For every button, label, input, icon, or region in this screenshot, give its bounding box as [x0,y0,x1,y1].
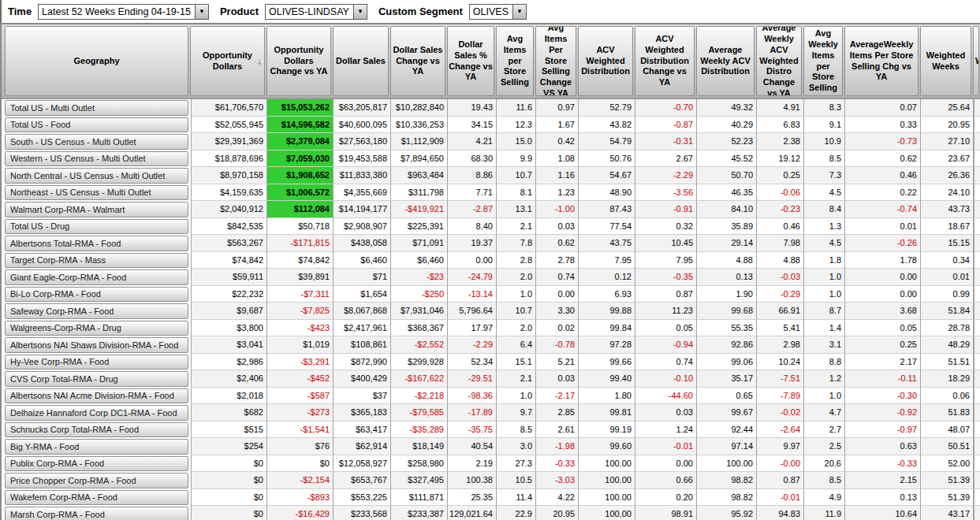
geography-cell[interactable]: Delhaize Hannaford Corp DC1-RMA - Food [5,405,188,421]
value-cell: $233,568 [333,506,391,520]
value-cell: 18.29 [921,370,974,388]
geography-cell[interactable]: Price Chopper Corp-RMA - Food [5,473,188,488]
value-cell: $2,417,961 [333,320,391,337]
value-cell: 3.1 [804,336,845,354]
value-cell: $563,267 [191,235,267,252]
value-cell: $18,878,696 [191,150,267,168]
value-cell: 5,796.64 [448,303,497,320]
column-header[interactable]: Avg Weekly Items per Store Selling [803,26,843,96]
value-cell: 13.1 [497,201,536,218]
value-cell: 10.7 [497,303,536,320]
geography-cell-wrap: Schnucks Corp Total-RMA - Food [2,422,191,439]
column-header[interactable]: Dollar Sales % Change vs YA [447,26,494,96]
value-cell: -$423 [267,320,333,337]
geography-cell[interactable]: Publix Corp-RMA - Food [5,456,188,472]
geography-column-header[interactable]: Geography [5,26,188,96]
geography-cell[interactable]: Albertsons NAI Acme Division-RMA - Food [5,388,188,404]
geography-cell[interactable]: Walmart Corp-RMA - Walmart [5,202,188,217]
column-header[interactable]: Dollar Sales [333,26,389,96]
value-cell: $682 [191,404,267,422]
value-cell: 2.78 [536,252,579,269]
value-cell: $7,931,046 [391,303,448,320]
column-header[interactable]: Opportunity Dollars↓ [190,26,265,96]
value-cell: 0.25 [845,336,921,354]
value-cell-truncated [974,388,980,405]
segment-select[interactable]: OLIVES ▼ [469,4,527,20]
geography-cell[interactable]: Northeast - US Census - Multi Outlet [5,185,188,201]
value-cell: $0 [191,506,267,520]
geography-cell[interactable]: North Central - US Census - Multi Outlet [5,168,188,184]
geography-cell[interactable]: Albertsons Total-RMA - Food [5,236,188,251]
value-cell: -1.98 [536,438,579,455]
column-header[interactable]: Average Weekly ACV Weighted Distro Chang… [756,26,802,96]
value-cell: 9.1 [804,117,845,134]
value-cell: 8.40 [448,218,497,236]
geography-cell[interactable]: Hy-Vee Corp-RMA - Food [5,355,188,370]
geography-cell[interactable]: Albertsons NAI Shaws Division-RMA - Food [5,337,188,353]
geography-cell[interactable]: Safeway Corp-RMA - Food [5,303,188,319]
geography-cell[interactable]: South - US Census - Multi Outlet [5,134,188,150]
column-header[interactable]: Opportunity Dollars Change vs YA [266,26,331,96]
column-header[interactable]: Dollar Sales Change vs YA [390,26,445,96]
sort-descending-icon[interactable]: ↓ [257,55,262,67]
value-cell: -0.33 [536,455,579,473]
geography-cell[interactable]: Marsh Corp-RMA - Food [5,507,188,520]
value-cell: $63,205,817 [333,99,391,117]
product-select[interactable]: OLIVES-LINDSAY ▼ [265,4,367,20]
column-header[interactable]: ACV Weighted Distribution Change vs YA [635,26,695,96]
table-row: Delhaize Hannaford Corp DC1-RMA - Food$6… [2,404,980,422]
geography-cell[interactable]: Bi-Lo Corp-RMA - Food [5,287,188,303]
geography-cell[interactable]: Total US - Food [5,117,188,133]
geography-cell[interactable]: Wakefern Corp-RMA - Food [5,490,188,506]
value-cell: $11,833,380 [333,167,391,184]
geography-cell[interactable]: Big Y-RMA - Food [5,439,188,455]
column-header-truncated[interactable]: W [973,26,979,96]
value-cell: -$2,552 [391,336,448,354]
column-header[interactable]: ACV Weighted Distribution [578,26,633,96]
column-header[interactable]: Avg Items per Store Selling [496,26,534,96]
data-grid: Geography Opportunity Dollars↓Opportunit… [0,23,980,520]
dropdown-arrow-icon[interactable]: ▼ [195,5,208,19]
dropdown-arrow-icon[interactable]: ▼ [512,5,526,19]
geography-cell[interactable]: Western - US Census - Multi Outlet [5,151,188,167]
value-cell: $515 [191,422,267,439]
dropdown-arrow-icon[interactable]: ▼ [353,5,367,19]
column-header[interactable]: AverageWeekly Items Per Store Selling Ch… [844,26,919,96]
value-cell: 2.15 [845,472,921,489]
value-cell: -$2,218 [391,388,448,405]
table-row: Total US - Multi Outlet$61,706,570$15,05… [2,99,980,117]
value-cell: 12.3 [497,117,536,134]
column-header[interactable]: Avg Items Per Store Selling Change VS YA [535,26,576,96]
geography-cell[interactable]: Total US - Multi Outlet [5,100,188,116]
value-cell-truncated [974,438,980,455]
geography-cell[interactable]: Giant Eagle-Corp-RMA - Food [5,269,188,285]
column-header-label: Avg Weekly Items per Store Selling [805,28,841,94]
value-cell: 50.76 [579,150,635,168]
value-cell-truncated [974,489,980,507]
value-cell: 0.00 [845,286,921,303]
header-row: Geography Opportunity Dollars↓Opportunit… [2,24,980,99]
value-cell: 15.1 [497,354,536,371]
geography-cell[interactable]: CVS Corp Total-RMA - Drug [5,371,188,387]
value-cell: 8.5 [804,150,845,168]
geography-cell[interactable]: Schnucks Corp Total-RMA - Food [5,422,188,438]
value-cell: $108,861 [333,336,391,354]
time-select[interactable]: Latest 52 Weeks Ending 04-19-15 ▼ [38,4,209,20]
value-cell: $368,367 [391,320,448,337]
value-cell: 51.51 [921,354,974,371]
column-header[interactable]: Average Weekly ACV Distribution [696,26,755,96]
value-cell: 0.63 [845,438,921,455]
value-cell: 98.82 [697,489,757,507]
column-header[interactable]: Weighted Weeks [920,26,971,96]
value-cell: $653,767 [333,472,391,489]
value-cell: 99.84 [579,320,635,337]
geography-cell[interactable]: Walgreens-Corp-RMA - Drug [5,321,188,336]
value-cell: 0.05 [845,320,921,337]
table-row: CVS Corp Total-RMA - Drug$2,406-$452$400… [2,370,980,388]
value-cell: $1,908,652 [267,167,333,184]
geography-cell[interactable]: Target Corp-RMA - Mass [5,253,188,269]
geography-cell[interactable]: Total US - Drug [5,219,188,235]
value-cell: 4.88 [757,252,804,269]
value-cell: $15,053,262 [267,99,333,117]
value-cell: 2.85 [536,404,579,422]
